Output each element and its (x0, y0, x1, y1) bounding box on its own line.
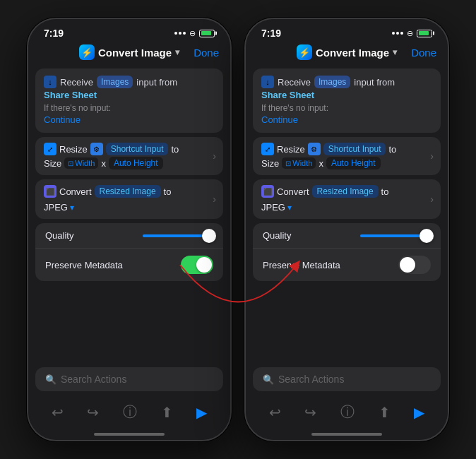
shortcuts-content-right: ↓ Receive Images input from Share Sheet … (246, 64, 448, 363)
battery-right (417, 30, 432, 37)
images-badge-left[interactable]: Images (97, 76, 133, 88)
play-btn-left[interactable]: ▶ (196, 404, 207, 421)
chevron-left[interactable]: ▾ (175, 47, 179, 57)
info-btn-right[interactable]: ⓘ (340, 403, 355, 422)
settings-block-left: Quality Preserve Metadata (35, 223, 223, 281)
convert-to-right: to (381, 186, 389, 197)
quality-label-right: Quality (263, 230, 291, 241)
status-bar-right: 7:19 ⊖ (246, 19, 448, 42)
settings-block-right: Quality Preserve Metadata (253, 223, 441, 281)
convert-block-right: ⬛ Convert Resized Image to › JPEG ▾ (253, 179, 441, 219)
to-label-left: to (171, 144, 179, 155)
width-badge-left: ⊡ Width (64, 157, 98, 169)
quality-slider-left[interactable] (73, 234, 213, 237)
status-icons-right: ⊖ (392, 29, 432, 38)
receive-block-right: ↓ Receive Images input from Share Sheet … (253, 68, 441, 133)
receive-icon-left: ↓ (44, 76, 56, 88)
preserve-label-right: Preserve Metadata (263, 260, 340, 270)
app-title-right: ⚡ Convert Image ▾ (297, 44, 397, 60)
search-placeholder-right: Search Actions (278, 374, 344, 385)
preserve-row-left: Preserve Metadata (35, 249, 223, 281)
auto-height-badge-right[interactable]: Auto Height (326, 157, 381, 169)
chevron-right[interactable]: ▾ (393, 47, 397, 57)
convert-chevron-right[interactable]: › (430, 193, 434, 205)
receive-icon-right: ↓ (261, 76, 274, 88)
receive-text1-left: Receive (60, 77, 93, 88)
done-btn-right[interactable]: Done (411, 47, 436, 59)
phone-right: 7:19 ⊖ ⚡ Convert Image ▾ (244, 18, 449, 441)
images-badge-right[interactable]: Images (314, 76, 350, 88)
app-title-left: ⚡ Convert Image ▾ (79, 44, 179, 60)
resize-label-right: Resize (277, 144, 305, 155)
share-btn-left[interactable]: ⬆ (161, 404, 173, 421)
wifi-icon-left: ⊖ (189, 29, 196, 38)
resize-chevron-left[interactable]: › (213, 150, 216, 162)
receive-text1-right: Receive (278, 77, 311, 88)
quality-row-right: Quality (253, 223, 441, 249)
app-icon-left: ⚡ (79, 44, 95, 60)
convert-icon-left: ⬛ (44, 185, 56, 198)
convert-to-left: to (164, 186, 172, 197)
home-indicator-left (94, 433, 165, 436)
auto-height-badge-left[interactable]: Auto Height (109, 157, 163, 169)
redo-btn-right[interactable]: ↪ (304, 404, 316, 421)
search-bar-right[interactable]: 🔍 Search Actions (253, 367, 441, 391)
to-label-right: to (388, 144, 396, 155)
share-btn-right[interactable]: ⬆ (379, 404, 391, 421)
resized-image-badge-right[interactable]: Resized Image (312, 185, 379, 198)
redo-btn-left[interactable]: ↪ (87, 404, 99, 421)
nav-bar-left: ⚡ Convert Image ▾ Done (28, 42, 230, 64)
signal-right (392, 32, 403, 35)
search-icon-right: 🔍 (263, 374, 274, 385)
quality-slider-right[interactable] (291, 234, 431, 237)
play-btn-right[interactable]: ▶ (414, 404, 424, 421)
input-from-text-right: input from (354, 77, 395, 88)
resized-image-badge-left[interactable]: Resized Image (95, 185, 161, 198)
share-sheet-badge-left[interactable]: Share Sheet (44, 90, 97, 100)
preserve-label-left: Preserve Metadata (45, 260, 123, 270)
convert-label-left: Convert (59, 186, 92, 197)
size-label-right: Size (261, 158, 279, 169)
continue-btn-left[interactable]: Continue (44, 114, 81, 125)
status-icons-left: ⊖ (174, 29, 215, 38)
toolbar-right: ↩ ↪ ⓘ ⬆ ▶ (246, 397, 448, 433)
search-placeholder-left: Search Actions (61, 374, 126, 385)
convert-chevron-left[interactable]: › (213, 193, 216, 205)
resize-chevron-right[interactable]: › (430, 150, 434, 162)
x-label-left: x (101, 158, 106, 169)
width-badge-right: ⊡ Width (282, 157, 316, 169)
x-label-right: x (319, 158, 323, 169)
quality-label-left: Quality (45, 230, 73, 241)
resize-block-right: ⤢ Resize ⚙ Shortcut Input to › Size ⊡ Wi… (253, 137, 441, 175)
undo-btn-right[interactable]: ↩ (269, 404, 281, 421)
shortcut-input-badge-right[interactable]: Shortcut Input (323, 143, 386, 155)
search-bar-left[interactable]: 🔍 Search Actions (35, 367, 223, 391)
jpeg-chevron-left[interactable]: ▾ (70, 203, 74, 213)
resize-label-left: Resize (59, 144, 88, 155)
size-label-left: Size (44, 158, 61, 169)
convert-block-left: ⬛ Convert Resized Image to › JPEG ▾ (35, 179, 223, 219)
resize-block-left: ⤢ Resize ⚙ Shortcut Input to › Size ⊡ Wi… (35, 137, 223, 175)
preserve-toggle-left[interactable] (181, 256, 213, 274)
undo-btn-left[interactable]: ↩ (52, 404, 64, 421)
continue-btn-right[interactable]: Continue (261, 114, 298, 125)
preserve-toggle-right[interactable] (398, 256, 431, 274)
share-sheet-badge-right[interactable]: Share Sheet (261, 90, 314, 100)
info-btn-left[interactable]: ⓘ (123, 403, 137, 422)
shortcut-icon-right: ⚙ (308, 143, 321, 155)
receive-block-left: ↓ Receive Images input from Share Sheet … (35, 68, 223, 133)
status-bar-left: 7:19 ⊖ (28, 19, 230, 42)
phone-left: 7:19 ⊖ ⚡ Convert Image ▾ (27, 18, 232, 441)
shortcut-icon-left: ⚙ (90, 143, 103, 155)
jpeg-chevron-right[interactable]: ▾ (287, 203, 292, 213)
time-left: 7:19 (44, 28, 64, 39)
time-right: 7:19 (261, 28, 281, 39)
battery-left (199, 30, 215, 37)
wifi-icon-right: ⊖ (407, 29, 413, 38)
input-from-text-left: input from (136, 77, 177, 88)
done-btn-left[interactable]: Done (194, 47, 219, 59)
shortcut-input-badge-left[interactable]: Shortcut Input (106, 143, 169, 155)
resize-icon-left: ⤢ (44, 143, 56, 155)
signal-left (174, 32, 186, 35)
convert-icon-right: ⬛ (261, 185, 274, 198)
